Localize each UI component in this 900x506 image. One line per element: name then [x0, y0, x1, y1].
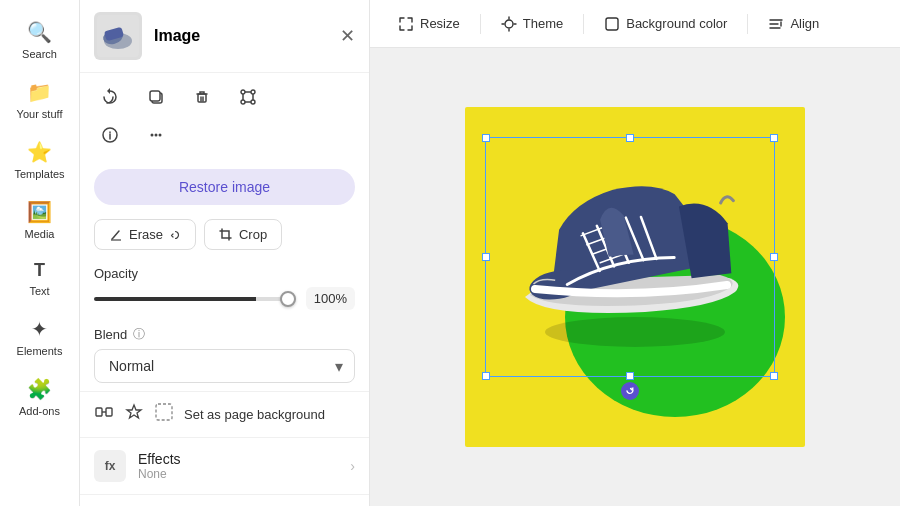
sidebar-item-label: Add-ons	[19, 405, 60, 417]
media-icon: 🖼️	[27, 200, 52, 224]
sidebar-item-label: Text	[29, 285, 49, 297]
effects-arrow-icon: ›	[350, 458, 355, 474]
svg-point-7	[241, 90, 245, 94]
align-label: Align	[790, 16, 819, 31]
opacity-value: 100%	[306, 287, 355, 310]
sidebar-item-add-ons[interactable]: 🧩 Add-ons	[8, 369, 72, 425]
theme-button[interactable]: Theme	[489, 10, 575, 38]
canvas-area: Resize Theme Background color Align	[370, 0, 900, 506]
sidebar-item-elements[interactable]: ✦ Elements	[8, 309, 72, 365]
svg-point-10	[251, 100, 255, 104]
bg-icon1	[94, 402, 114, 427]
text-icon: T	[34, 260, 45, 281]
sidebar-item-label: Your stuff	[17, 108, 63, 120]
svg-rect-16	[106, 408, 112, 416]
duplicate-button[interactable]	[140, 81, 172, 113]
blend-section: Blend ⓘ Normal Multiply Screen Overlay ▾	[80, 318, 369, 391]
sidebar-item-templates[interactable]: ⭐ Templates	[8, 132, 72, 188]
replace-button[interactable]	[94, 81, 126, 113]
resize-label: Resize	[420, 16, 460, 31]
bg-icon2	[124, 402, 144, 427]
bg-label: Set as page background	[184, 407, 325, 422]
tool-row: Erase Crop	[80, 215, 369, 258]
effects-icon: fx	[94, 450, 126, 482]
sidebar-item-your-stuff[interactable]: 📁 Your stuff	[8, 72, 72, 128]
resize-button[interactable]: Resize	[386, 10, 472, 38]
toolbar-divider2	[583, 14, 584, 34]
blend-info-icon[interactable]: ⓘ	[133, 326, 145, 343]
svg-rect-5	[150, 91, 160, 101]
toolbar: Resize Theme Background color Align	[370, 0, 900, 48]
svg-point-13	[155, 134, 158, 137]
sidebar-item-label: Elements	[17, 345, 63, 357]
sidebar-item-text[interactable]: T Text	[8, 252, 72, 305]
opacity-section: Opacity 100%	[80, 258, 369, 318]
image-panel: Image ✕ Restore image Erase	[80, 0, 370, 506]
add-ons-icon: 🧩	[27, 377, 52, 401]
sidebar-item-label: Media	[25, 228, 55, 240]
effects-sub: None	[138, 467, 350, 481]
svg-rect-15	[96, 408, 102, 416]
handle-br[interactable]	[770, 372, 778, 380]
crop-button[interactable]: Crop	[204, 219, 282, 250]
handle-bl[interactable]	[482, 372, 490, 380]
blend-select-wrapper: Normal Multiply Screen Overlay ▾	[94, 349, 355, 383]
blend-row: Blend ⓘ	[94, 326, 355, 343]
background-color-button[interactable]: Background color	[592, 10, 739, 38]
theme-label: Theme	[523, 16, 563, 31]
panel-header: Image ✕	[80, 0, 369, 73]
toolbar-divider3	[747, 14, 748, 34]
sidebar-item-media[interactable]: 🖼️ Media	[8, 192, 72, 248]
sneaker-container[interactable]	[485, 137, 775, 377]
erase-label: Erase	[129, 227, 163, 242]
panel-icons-row2	[80, 117, 369, 159]
transform-button[interactable]	[232, 81, 264, 113]
canvas-content[interactable]	[370, 48, 900, 506]
svg-rect-6	[198, 94, 206, 102]
sneaker-svg	[485, 137, 765, 357]
handle-tr[interactable]	[770, 134, 778, 142]
effects-menu-item[interactable]: fx Effects None ›	[80, 437, 369, 494]
effects-title: Effects	[138, 451, 350, 467]
erase-button[interactable]: Erase	[94, 219, 196, 250]
folder-icon: 📁	[27, 80, 52, 104]
more-options-button[interactable]	[140, 119, 172, 151]
sidebar-item-search[interactable]: 🔍 Search	[8, 12, 72, 68]
image-thumbnail	[94, 12, 142, 60]
delete-button[interactable]	[186, 81, 218, 113]
background-row: Set as page background	[80, 391, 369, 437]
crop-label: Crop	[239, 227, 267, 242]
restore-image-button[interactable]: Restore image	[94, 169, 355, 205]
panel-icons-row1	[80, 73, 369, 117]
background-color-label: Background color	[626, 16, 727, 31]
toolbar-divider	[480, 14, 481, 34]
svg-point-25	[545, 317, 725, 347]
handle-mr[interactable]	[770, 253, 778, 261]
templates-icon: ⭐	[27, 140, 52, 164]
svg-point-9	[241, 100, 245, 104]
search-icon: 🔍	[27, 20, 52, 44]
info-button[interactable]	[94, 119, 126, 151]
blend-label: Blend	[94, 327, 127, 342]
opacity-slider[interactable]	[94, 297, 296, 301]
canvas-square[interactable]	[465, 107, 805, 447]
adjustments-menu-item[interactable]: Adjustments None ›	[80, 494, 369, 506]
svg-point-12	[151, 134, 154, 137]
sidebar-item-label: Search	[22, 48, 57, 60]
elements-icon: ✦	[31, 317, 48, 341]
effects-text: Effects None	[138, 451, 350, 481]
blend-select[interactable]: Normal Multiply Screen Overlay	[94, 349, 355, 383]
sidebar: 🔍 Search 📁 Your stuff ⭐ Templates 🖼️ Med…	[0, 0, 80, 506]
sidebar-item-label: Templates	[14, 168, 64, 180]
svg-rect-24	[606, 18, 618, 30]
svg-point-23	[505, 20, 513, 28]
opacity-row: 100%	[94, 287, 355, 310]
svg-rect-17	[156, 404, 172, 420]
svg-point-14	[159, 134, 162, 137]
opacity-label: Opacity	[94, 266, 355, 281]
panel-title: Image	[154, 27, 328, 45]
bg-set-icon	[154, 402, 174, 427]
svg-point-8	[251, 90, 255, 94]
panel-close-button[interactable]: ✕	[340, 25, 355, 47]
align-button[interactable]: Align	[756, 10, 831, 38]
